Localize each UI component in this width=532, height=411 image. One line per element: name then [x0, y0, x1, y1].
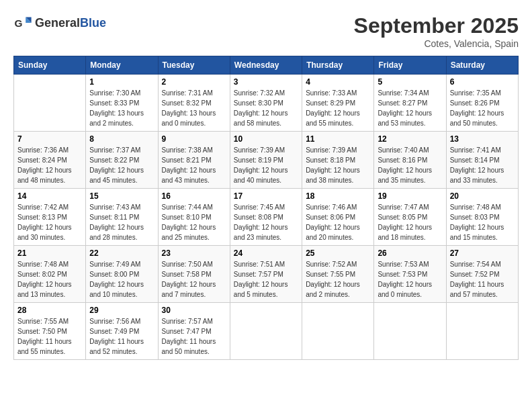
day-number: 7 — [17, 134, 82, 144]
day-number: 3 — [234, 77, 298, 87]
day-cell: 21Sunrise: 7:48 AM Sunset: 8:02 PM Dayli… — [14, 246, 86, 303]
day-cell — [302, 303, 374, 360]
day-info: Sunrise: 7:31 AM Sunset: 8:32 PM Dayligh… — [162, 88, 226, 128]
day-info: Sunrise: 7:55 AM Sunset: 7:50 PM Dayligh… — [17, 316, 82, 357]
day-number: 29 — [89, 306, 154, 315]
header-sunday: Sunday — [14, 56, 86, 75]
header-tuesday: Tuesday — [158, 56, 230, 75]
day-cell: 19Sunrise: 7:47 AM Sunset: 8:05 PM Dayli… — [374, 189, 446, 246]
day-cell: 28Sunrise: 7:55 AM Sunset: 7:50 PM Dayli… — [14, 303, 86, 360]
header-wednesday: Wednesday — [230, 56, 302, 75]
day-number: 2 — [162, 77, 226, 87]
day-number: 30 — [162, 306, 226, 315]
day-number: 24 — [234, 248, 298, 258]
day-cell: 16Sunrise: 7:44 AM Sunset: 8:10 PM Dayli… — [158, 189, 230, 246]
day-number: 19 — [378, 191, 442, 201]
svg-text:G: G — [14, 17, 22, 29]
day-number: 11 — [306, 134, 370, 144]
day-info: Sunrise: 7:32 AM Sunset: 8:30 PM Dayligh… — [234, 88, 298, 128]
day-number: 15 — [89, 191, 154, 201]
header-saturday: Saturday — [446, 56, 518, 75]
day-info: Sunrise: 7:56 AM Sunset: 7:49 PM Dayligh… — [89, 316, 154, 357]
week-row-1: 1Sunrise: 7:30 AM Sunset: 8:33 PM Daylig… — [14, 75, 519, 132]
header-friday: Friday — [374, 56, 446, 75]
day-info: Sunrise: 7:33 AM Sunset: 8:29 PM Dayligh… — [306, 88, 370, 128]
page-header: G GeneralBlue September 2025 Cotes, Vale… — [13, 13, 519, 49]
day-number: 13 — [450, 134, 515, 144]
day-cell: 9Sunrise: 7:38 AM Sunset: 8:21 PM Daylig… — [158, 132, 230, 189]
day-info: Sunrise: 7:48 AM Sunset: 8:02 PM Dayligh… — [17, 259, 82, 300]
day-number: 8 — [89, 134, 154, 144]
day-number: 17 — [234, 191, 298, 201]
day-number: 21 — [17, 248, 82, 258]
week-row-4: 21Sunrise: 7:48 AM Sunset: 8:02 PM Dayli… — [14, 246, 519, 303]
day-info: Sunrise: 7:54 AM Sunset: 7:52 PM Dayligh… — [450, 259, 515, 300]
day-cell: 13Sunrise: 7:41 AM Sunset: 8:14 PM Dayli… — [446, 132, 518, 189]
day-number: 1 — [89, 77, 154, 87]
day-number: 27 — [450, 248, 515, 258]
day-info: Sunrise: 7:37 AM Sunset: 8:22 PM Dayligh… — [89, 145, 154, 185]
day-number: 28 — [17, 306, 82, 315]
week-row-2: 7Sunrise: 7:36 AM Sunset: 8:24 PM Daylig… — [14, 132, 519, 189]
day-info: Sunrise: 7:46 AM Sunset: 8:06 PM Dayligh… — [306, 202, 370, 242]
day-info: Sunrise: 7:53 AM Sunset: 7:53 PM Dayligh… — [378, 259, 442, 300]
day-number: 10 — [234, 134, 298, 144]
day-cell: 3Sunrise: 7:32 AM Sunset: 8:30 PM Daylig… — [230, 75, 302, 132]
day-info: Sunrise: 7:48 AM Sunset: 8:03 PM Dayligh… — [450, 202, 515, 242]
logo-general: General — [35, 16, 80, 30]
day-cell — [446, 303, 518, 360]
day-cell: 20Sunrise: 7:48 AM Sunset: 8:03 PM Dayli… — [446, 189, 518, 246]
day-number: 4 — [306, 77, 370, 87]
day-cell: 25Sunrise: 7:52 AM Sunset: 7:55 PM Dayli… — [302, 246, 374, 303]
generalblue-logo-icon: G — [13, 13, 32, 32]
day-cell: 7Sunrise: 7:36 AM Sunset: 8:24 PM Daylig… — [14, 132, 86, 189]
day-cell: 29Sunrise: 7:56 AM Sunset: 7:49 PM Dayli… — [86, 303, 158, 360]
day-info: Sunrise: 7:30 AM Sunset: 8:33 PM Dayligh… — [89, 88, 154, 128]
day-number: 20 — [450, 191, 515, 201]
day-info: Sunrise: 7:36 AM Sunset: 8:24 PM Dayligh… — [17, 145, 82, 185]
day-cell: 17Sunrise: 7:45 AM Sunset: 8:08 PM Dayli… — [230, 189, 302, 246]
day-number: 25 — [306, 248, 370, 258]
day-info: Sunrise: 7:34 AM Sunset: 8:27 PM Dayligh… — [378, 88, 442, 128]
day-number: 22 — [89, 248, 154, 258]
day-number: 18 — [306, 191, 370, 201]
day-info: Sunrise: 7:40 AM Sunset: 8:16 PM Dayligh… — [378, 145, 442, 185]
day-info: Sunrise: 7:39 AM Sunset: 8:19 PM Dayligh… — [234, 145, 298, 185]
day-cell — [14, 75, 86, 132]
day-cell: 5Sunrise: 7:34 AM Sunset: 8:27 PM Daylig… — [374, 75, 446, 132]
day-number: 14 — [17, 191, 82, 201]
day-cell — [230, 303, 302, 360]
day-number: 9 — [162, 134, 226, 144]
day-cell: 27Sunrise: 7:54 AM Sunset: 7:52 PM Dayli… — [446, 246, 518, 303]
day-cell: 10Sunrise: 7:39 AM Sunset: 8:19 PM Dayli… — [230, 132, 302, 189]
month-title: September 2025 — [354, 13, 519, 38]
day-cell: 26Sunrise: 7:53 AM Sunset: 7:53 PM Dayli… — [374, 246, 446, 303]
calendar-header: SundayMondayTuesdayWednesdayThursdayFrid… — [14, 56, 519, 75]
day-cell: 24Sunrise: 7:51 AM Sunset: 7:57 PM Dayli… — [230, 246, 302, 303]
day-number: 5 — [378, 77, 442, 87]
day-number: 23 — [162, 248, 226, 258]
week-row-3: 14Sunrise: 7:42 AM Sunset: 8:13 PM Dayli… — [14, 189, 519, 246]
day-info: Sunrise: 7:51 AM Sunset: 7:57 PM Dayligh… — [234, 259, 298, 300]
day-cell: 30Sunrise: 7:57 AM Sunset: 7:47 PM Dayli… — [158, 303, 230, 360]
location: Cotes, Valencia, Spain — [354, 38, 519, 49]
day-info: Sunrise: 7:35 AM Sunset: 8:26 PM Dayligh… — [450, 88, 515, 128]
day-info: Sunrise: 7:38 AM Sunset: 8:21 PM Dayligh… — [162, 145, 226, 185]
day-cell: 2Sunrise: 7:31 AM Sunset: 8:32 PM Daylig… — [158, 75, 230, 132]
day-info: Sunrise: 7:47 AM Sunset: 8:05 PM Dayligh… — [378, 202, 442, 242]
calendar-table: SundayMondayTuesdayWednesdayThursdayFrid… — [13, 56, 519, 360]
day-cell: 4Sunrise: 7:33 AM Sunset: 8:29 PM Daylig… — [302, 75, 374, 132]
day-info: Sunrise: 7:43 AM Sunset: 8:11 PM Dayligh… — [89, 202, 154, 242]
title-block: September 2025 Cotes, Valencia, Spain — [354, 13, 519, 49]
day-info: Sunrise: 7:45 AM Sunset: 8:08 PM Dayligh… — [234, 202, 298, 242]
day-number: 6 — [450, 77, 515, 87]
day-cell: 11Sunrise: 7:39 AM Sunset: 8:18 PM Dayli… — [302, 132, 374, 189]
day-cell: 14Sunrise: 7:42 AM Sunset: 8:13 PM Dayli… — [14, 189, 86, 246]
week-row-5: 28Sunrise: 7:55 AM Sunset: 7:50 PM Dayli… — [14, 303, 519, 360]
day-cell: 23Sunrise: 7:50 AM Sunset: 7:58 PM Dayli… — [158, 246, 230, 303]
day-info: Sunrise: 7:57 AM Sunset: 7:47 PM Dayligh… — [162, 316, 226, 357]
day-info: Sunrise: 7:41 AM Sunset: 8:14 PM Dayligh… — [450, 145, 515, 185]
day-cell: 8Sunrise: 7:37 AM Sunset: 8:22 PM Daylig… — [86, 132, 158, 189]
day-cell: 6Sunrise: 7:35 AM Sunset: 8:26 PM Daylig… — [446, 75, 518, 132]
logo-blue: Blue — [80, 16, 106, 30]
